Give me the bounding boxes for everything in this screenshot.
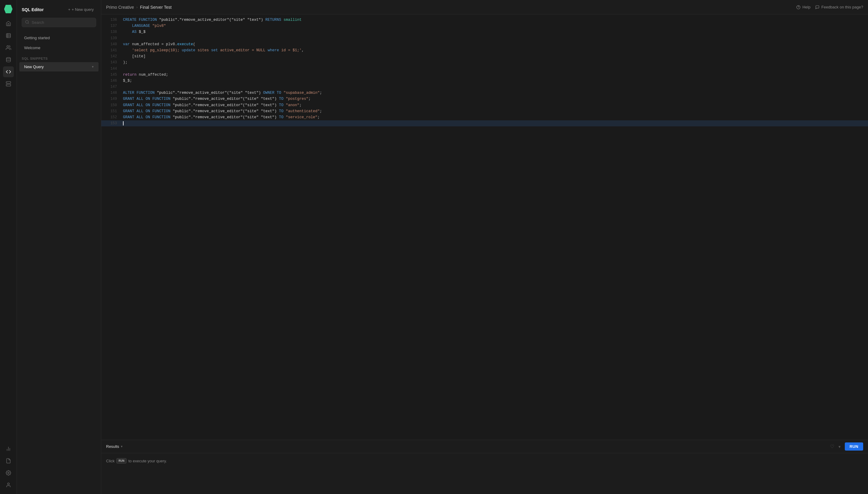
nav-docs-icon[interactable] [3,455,14,466]
line-content-153 [123,120,863,126]
line-content-144 [123,66,863,72]
results-body: Click RUN to execute your query. [101,453,868,494]
nav-settings-icon[interactable] [3,468,14,478]
code-line-150: 150 GRANT ALL ON FUNCTION "public"."remo… [101,102,868,108]
line-num-148: 148 [106,90,117,96]
breadcrumb-org: Primo Creative [106,5,134,10]
line-content-143: ); [123,59,863,65]
nav-profile-icon[interactable] [3,479,14,490]
line-num-146: 146 [106,78,117,84]
code-line-136: 136 CREATE FUNCTION "public"."remove_act… [101,17,868,23]
svg-point-13 [7,472,9,474]
hint-prefix: Click [106,459,115,463]
svg-line-16 [28,23,29,24]
code-line-149: 149 GRANT ALL ON FUNCTION "public"."remo… [101,96,868,102]
icon-sidebar [0,0,17,494]
line-content-152: GRANT ALL ON FUNCTION "public"."remove_a… [123,114,863,120]
search-input[interactable] [32,20,93,25]
code-line-145: 145 return num_affected; [101,72,868,78]
editor-area: 136 CREATE FUNCTION "public"."remove_act… [101,15,868,494]
nav-sql-icon[interactable] [3,66,14,77]
code-line-138: 138 AS $_$ [101,29,868,35]
hint-suffix: to execute your query. [129,459,167,463]
run-hint: Click RUN to execute your query. [106,458,167,463]
help-button[interactable]: Help [796,5,810,10]
line-content-140: var num_affected = plv8.execute( [123,41,863,48]
results-header: Results ▾ ♡ ▾ RUN [101,440,868,453]
line-content-151: GRANT ALL ON FUNCTION "public"."remove_a… [123,108,863,114]
line-content-145: return num_affected; [123,72,863,78]
line-num-138: 138 [106,29,117,35]
line-num-141: 141 [106,48,117,53]
welcome-item[interactable]: Welcome [19,43,99,53]
line-content-150: GRANT ALL ON FUNCTION "public"."remove_a… [123,102,863,108]
breadcrumb-separator: › [137,5,138,10]
svg-point-4 [7,45,8,48]
run-badge: RUN [116,458,126,463]
code-line-143: 143 ); [101,59,868,65]
results-panel: Results ▾ ♡ ▾ RUN Click RUN to execute y… [101,440,868,494]
nav-database-icon[interactable] [3,54,14,65]
run-button[interactable]: RUN [845,442,863,451]
help-label: Help [802,5,810,10]
left-panel-content: Getting started Welcome SQL snippets New… [17,31,101,494]
nav-table-icon[interactable] [3,30,14,41]
line-num-152: 152 [106,114,117,120]
line-num-147: 147 [106,84,117,90]
results-left: Results ▾ [106,444,123,449]
feedback-label: Feedback on this page? [821,5,863,10]
snippets-section-label: SQL snippets [17,53,101,62]
line-content-146: $_$; [123,78,863,84]
code-line-141: 141 'select pg_sleep(10); update sites s… [101,48,868,53]
new-query-label: + New query [72,7,94,12]
line-num-142: 142 [106,53,117,59]
search-box[interactable] [22,18,96,27]
new-query-button[interactable]: + + New query [66,6,96,13]
code-line-148: 148 ALTER FUNCTION "public"."remove_acti… [101,90,868,96]
results-chevron-icon[interactable]: ▾ [121,444,123,449]
breadcrumb: Primo Creative › Final Server Test [106,5,794,10]
query-name: New Query [24,64,44,69]
code-line-137: 137 LANGUAGE "plv8" [101,23,868,29]
logo-area [3,4,14,15]
line-num-140: 140 [106,41,117,48]
feedback-button[interactable]: Feedback on this page? [815,5,863,10]
line-content-147 [123,84,863,90]
svg-point-15 [26,20,28,23]
line-num-144: 144 [106,66,117,72]
nav-storage-icon[interactable] [3,78,14,89]
svg-point-14 [7,483,9,484]
code-line-146: 146 $_$; [101,78,868,84]
getting-started-item[interactable]: Getting started [19,33,99,42]
nav-analytics-icon[interactable] [3,443,14,454]
page-title-bar: SQL Editor + + New query [22,5,96,14]
code-editor[interactable]: 136 CREATE FUNCTION "public"."remove_act… [101,15,868,440]
results-label: Results [106,444,119,449]
search-icon [25,20,29,25]
line-content-138: AS $_$ [123,29,863,35]
line-num-143: 143 [106,59,117,65]
query-new-query[interactable]: New Query ▾ [19,62,99,72]
left-panel: SQL Editor + + New query Getting started… [17,0,101,494]
page-title: SQL Editor [22,7,44,12]
favorite-button[interactable]: ♡ [830,444,834,449]
nav-users-icon[interactable] [3,42,14,53]
results-right: ♡ ▾ RUN [830,442,863,451]
line-num-137: 137 [106,23,117,29]
expand-button[interactable]: ▾ [837,443,842,450]
line-num-136: 136 [106,17,117,23]
line-num-149: 149 [106,96,117,102]
line-content-137: LANGUAGE "plv8" [123,23,863,29]
line-content-139 [123,35,863,41]
svg-rect-0 [6,34,11,38]
line-num-153: 153 [106,120,117,126]
line-content-142: [site] [123,53,863,59]
line-content-148: ALTER FUNCTION "public"."remove_active_e… [123,90,863,96]
code-line-147: 147 [101,84,868,90]
code-line-152: 152 GRANT ALL ON FUNCTION "public"."remo… [101,114,868,120]
app-logo [4,5,13,13]
nav-home-icon[interactable] [3,18,14,29]
code-line-140: 140 var num_affected = plv8.execute( [101,41,868,48]
line-num-145: 145 [106,72,117,78]
line-content-136: CREATE FUNCTION "public"."remove_active_… [123,17,863,23]
